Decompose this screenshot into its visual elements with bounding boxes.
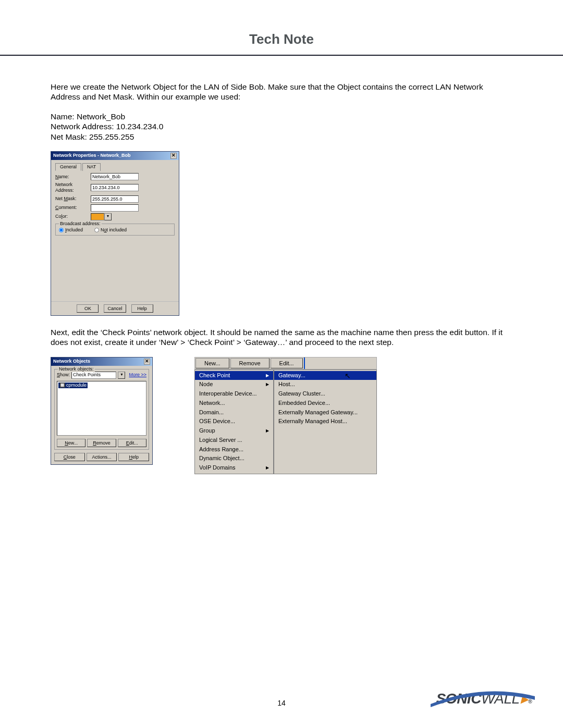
dialog1-tabs: General NAT	[55, 163, 175, 171]
menu-item[interactable]: VoIP Domains▶	[195, 463, 273, 473]
network-address-input[interactable]	[91, 184, 139, 191]
submenu-arrow-icon: ▶	[266, 428, 269, 434]
menu-column-1: Check Point▶Node▶Interoperable Device...…	[194, 369, 274, 474]
comment-input[interactable]	[91, 204, 139, 212]
network-objects-dialog: Network Objects ✕ Network objects: Show:…	[51, 357, 153, 465]
submenu-arrow-icon: ▶	[266, 465, 269, 471]
menu-item[interactable]: Node▶	[195, 380, 273, 389]
menu-item[interactable]: Externally Managed Gateway...	[274, 408, 376, 417]
menu-item[interactable]: Gateway Cluster...	[274, 389, 376, 399]
menu-item[interactable]: Group▶	[195, 426, 273, 436]
label-name: Name:	[55, 174, 91, 180]
submenu-arrow-icon: ▶	[266, 373, 269, 378]
radio-not-included[interactable]: Not included	[94, 227, 127, 233]
chevron-down-icon[interactable]: ▼	[118, 372, 125, 379]
address-line: Network Address: 10.234.234.0	[51, 121, 513, 131]
network-properties-dialog: Network Properties - Network_Bob ✕ Gener…	[51, 151, 179, 316]
toolbar-new[interactable]: New...	[195, 358, 229, 368]
label-comment: Comment:	[55, 205, 91, 211]
menu-item[interactable]: Host...	[274, 380, 376, 389]
menu-item[interactable]: Check Point▶	[195, 371, 273, 380]
broadcast-label: Broadcast address:	[59, 221, 102, 227]
menu-item[interactable]: Network...	[195, 399, 273, 408]
network-objects-label: Network objects:	[58, 366, 95, 372]
menu-item[interactable]: OSE Device...	[195, 417, 273, 426]
cancel-button[interactable]: Cancel	[104, 304, 126, 313]
close-icon[interactable]: ✕	[170, 153, 177, 159]
ok-button[interactable]: OK	[77, 304, 99, 313]
color-dropdown-icon[interactable]: ▼	[104, 213, 112, 220]
toolbar-edit[interactable]: Edit...	[271, 358, 303, 368]
name-input[interactable]	[91, 173, 139, 180]
mask-line: Net Mask: 255.255.255	[51, 132, 513, 142]
radio-included[interactable]: Included	[59, 227, 83, 233]
menu-toolbar: New... Remove Edit...	[194, 357, 377, 369]
list-item-cpmodule[interactable]: 🔲 cpmodule	[58, 382, 88, 388]
dialog1-title: Network Properties - Network_Bob	[53, 153, 131, 158]
cursor-icon: ↖	[345, 372, 351, 381]
objects-list[interactable]: 🔲 cpmodule	[57, 381, 146, 436]
name-line: Name: Network_Bob	[51, 112, 513, 121]
intro-paragraph: Here we create the Network Object for th…	[51, 82, 513, 102]
menu-item[interactable]: Dynamic Object...	[195, 454, 273, 463]
second-paragraph: Next, edit the ‘Check Points’ network ob…	[51, 327, 513, 348]
menu-item[interactable]: Gateway...	[274, 371, 376, 380]
show-label: Show:	[57, 372, 70, 378]
help-button[interactable]: Help	[131, 304, 153, 313]
page-body: Here we create the Network Object for th…	[0, 56, 563, 474]
label-net-mask: Net Mask:	[55, 196, 91, 202]
dialog2-title: Network Objects	[53, 359, 90, 364]
tab-nat[interactable]: NAT	[82, 163, 101, 171]
toolbar-remove[interactable]: Remove	[230, 358, 270, 368]
example-block: Name: Network_Bob Network Address: 10.23…	[51, 112, 513, 142]
sonicwall-logo: SONICWALL ▸ ®	[436, 690, 532, 707]
close-button[interactable]: Close	[54, 453, 85, 461]
dialog2-titlebar: Network Objects ✕	[51, 357, 152, 366]
page-header: Tech Note	[0, 0, 563, 47]
new-menu-area: New... Remove Edit... Check Point▶Node▶I…	[194, 357, 377, 474]
label-color: Color:	[55, 214, 91, 219]
net-mask-input[interactable]	[91, 195, 139, 203]
close-icon[interactable]: ✕	[144, 359, 150, 365]
actions-button[interactable]: Actions...	[87, 453, 117, 461]
logo-swoosh-icon	[431, 688, 535, 709]
edit-button[interactable]: Edit...	[118, 439, 146, 447]
remove-button[interactable]: Remove	[87, 439, 116, 447]
broadcast-group: Broadcast address: Included Not included	[55, 224, 175, 236]
toolbar-divider	[304, 357, 305, 369]
header-title: Tech Note	[0, 31, 563, 47]
menu-column-2: Gateway...Host...Gateway Cluster...Embed…	[274, 369, 377, 474]
submenu-arrow-icon: ▶	[266, 382, 269, 387]
firewall-icon: 🔲	[59, 382, 65, 388]
menu-item[interactable]: Logical Server ...	[195, 436, 273, 445]
color-swatch[interactable]	[91, 213, 104, 220]
page-footer: 14 SONICWALL ▸ ®	[0, 699, 563, 707]
menu-item[interactable]: Externally Managed Host...	[274, 417, 376, 426]
dialog1-titlebar: Network Properties - Network_Bob ✕	[51, 152, 179, 160]
label-network-address: Network Address:	[55, 182, 91, 194]
menu-item[interactable]: Domain...	[195, 408, 273, 417]
more-link[interactable]: More >>	[129, 372, 146, 378]
show-select[interactable]: Check Points	[71, 372, 116, 379]
menu-item[interactable]: Interoperable Device...	[195, 389, 273, 399]
menu-item[interactable]: Address Range...	[195, 445, 273, 454]
menu-item[interactable]: Embedded Device...	[274, 399, 376, 408]
new-button[interactable]: New...	[57, 439, 85, 447]
help-button[interactable]: Help	[118, 453, 149, 461]
tab-general[interactable]: General	[55, 163, 81, 171]
